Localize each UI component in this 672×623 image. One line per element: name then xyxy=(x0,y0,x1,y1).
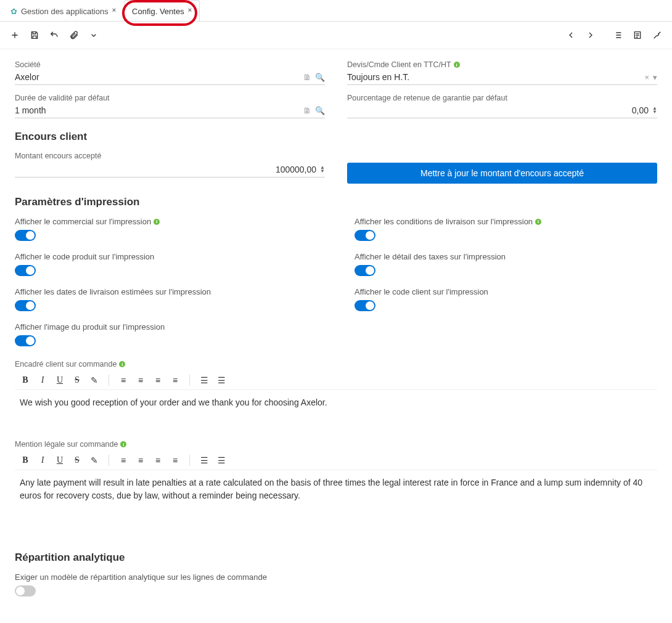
list-ul-button[interactable]: ☰ xyxy=(199,455,210,465)
toggle-salesman-label: Afficher le commercial sur l'impressioni xyxy=(15,217,318,226)
retention-value: 0,00 xyxy=(347,105,649,115)
tab-app-management[interactable]: ✿ Gestion des applications × xyxy=(2,0,124,21)
form-view-button[interactable] xyxy=(628,25,647,45)
close-icon[interactable]: × xyxy=(112,6,116,14)
list-ol-button[interactable]: ☰ xyxy=(216,455,227,465)
align-right-button[interactable]: ≡ xyxy=(152,375,163,385)
info-icon[interactable]: i xyxy=(154,219,160,225)
toolbar xyxy=(0,22,672,49)
validity-field[interactable]: 1 month 🗎 🔍 xyxy=(15,104,325,118)
toggle-product-image[interactable] xyxy=(15,335,36,346)
document-icon[interactable]: 🗎 xyxy=(303,73,311,82)
list-ul-button[interactable]: ☰ xyxy=(199,375,210,385)
legal-label: Mention légale sur commandei xyxy=(15,440,657,449)
retention-label: Pourcentage de retenue de garantie par d… xyxy=(347,94,657,102)
undo-button[interactable] xyxy=(44,25,64,45)
outstanding-amount-value: 100000,00 xyxy=(15,165,316,174)
strike-button[interactable]: S xyxy=(72,455,83,465)
legal-editor[interactable]: Any late payment will result in late pen… xyxy=(15,470,657,539)
bold-button[interactable]: B xyxy=(20,375,31,385)
search-icon[interactable]: 🔍 xyxy=(315,106,325,115)
strike-button[interactable]: S xyxy=(72,375,83,385)
erase-button[interactable]: ✎ xyxy=(89,455,100,465)
toggle-delivery-dates[interactable] xyxy=(15,300,36,311)
validity-value: 1 month xyxy=(15,105,303,115)
toggle-delivery-dates-label: Afficher les dates de livraison estimées… xyxy=(15,287,318,296)
client-box-editor[interactable]: We wish you good reception of your order… xyxy=(15,389,657,434)
new-button[interactable] xyxy=(5,25,25,45)
company-field[interactable]: Axelor 🗎 🔍 xyxy=(15,70,325,85)
stepper-icon[interactable]: ▲▼ xyxy=(652,107,657,114)
update-outstanding-button[interactable]: Mettre à jour le montant d'encours accep… xyxy=(347,163,657,184)
toggle-product-code[interactable] xyxy=(15,265,36,276)
client-box-label: Encadré client sur commandei xyxy=(15,360,657,369)
info-icon[interactable]: i xyxy=(535,219,541,225)
toggle-analytic-required[interactable] xyxy=(15,585,36,597)
clear-icon[interactable]: × xyxy=(644,73,649,82)
outstanding-amount-label: Montant encours accepté xyxy=(15,152,657,160)
attach-button[interactable] xyxy=(64,25,84,45)
chevron-down-icon[interactable]: ▾ xyxy=(653,73,657,82)
toggle-tax-detail[interactable] xyxy=(354,265,375,276)
stepper-icon[interactable]: ▲▼ xyxy=(320,166,325,173)
align-justify-button[interactable]: ≡ xyxy=(170,375,181,385)
list-view-button[interactable] xyxy=(608,25,628,45)
tab-label: Gestion des applications xyxy=(21,7,109,16)
section-print: Paramètres d'impression xyxy=(15,196,657,210)
retention-field[interactable]: 0,00 ▲▼ xyxy=(347,104,657,118)
prev-button[interactable] xyxy=(561,25,581,45)
validity-label: Durée de validité par défaut xyxy=(15,94,325,102)
more-dropdown[interactable] xyxy=(84,25,104,45)
align-right-button[interactable]: ≡ xyxy=(152,455,163,465)
rte-toolbar: B I U S ✎ ≡ ≡ ≡ ≡ ☰ ☰ xyxy=(15,371,657,389)
bold-button[interactable]: B xyxy=(20,455,31,465)
tab-bar: ✿ Gestion des applications × Config. Ven… xyxy=(0,0,672,22)
info-icon[interactable]: i xyxy=(454,62,460,68)
form-content: Société Axelor 🗎 🔍 Devis/Cmde Client en … xyxy=(0,49,672,608)
underline-button[interactable]: U xyxy=(54,455,65,465)
toggle-analytic-label: Exiger un modèle de répartition analytiq… xyxy=(15,572,657,582)
erase-button[interactable]: ✎ xyxy=(89,375,100,385)
quote-mode-label: Devis/Cmde Client en TTC/HTi xyxy=(347,60,657,69)
align-center-button[interactable]: ≡ xyxy=(135,455,146,465)
company-label: Société xyxy=(15,60,325,69)
tab-label: Config. Ventes xyxy=(132,7,184,16)
section-analytic: Répartition analytique xyxy=(15,552,657,565)
toggle-customer-code[interactable] xyxy=(354,300,375,311)
company-value: Axelor xyxy=(15,72,303,82)
next-button[interactable] xyxy=(581,25,600,45)
align-justify-button[interactable]: ≡ xyxy=(170,455,181,465)
align-center-button[interactable]: ≡ xyxy=(135,375,146,385)
toggle-delivery-conditions[interactable] xyxy=(354,230,375,241)
quote-mode-value: Toujours en H.T. xyxy=(347,72,644,82)
gear-icon: ✿ xyxy=(10,7,17,16)
outstanding-amount-field[interactable]: 100000,00 ▲▼ xyxy=(15,163,325,177)
search-icon[interactable]: 🔍 xyxy=(315,73,325,82)
toggle-delivery-cond-label: Afficher les conditions de livraison sur… xyxy=(354,217,657,226)
toggle-product-image-label: Afficher l'image du produit sur l'impres… xyxy=(15,322,318,332)
toggle-tax-detail-label: Afficher le détail des taxes sur l'impre… xyxy=(354,252,657,261)
toggle-customer-code-label: Afficher le code client sur l'impression xyxy=(354,287,657,296)
document-icon[interactable]: 🗎 xyxy=(303,106,311,115)
rte-toolbar: B I U S ✎ ≡ ≡ ≡ ≡ ☰ ☰ xyxy=(15,451,657,470)
close-icon[interactable]: × xyxy=(188,6,192,14)
tab-config-ventes[interactable]: Config. Ventes × xyxy=(124,0,200,21)
section-outstanding: Encours client xyxy=(15,131,657,144)
italic-button[interactable]: I xyxy=(37,375,48,385)
toggle-salesman[interactable] xyxy=(15,230,36,241)
align-left-button[interactable]: ≡ xyxy=(118,455,129,465)
save-button[interactable] xyxy=(25,25,44,45)
quote-mode-field[interactable]: Toujours en H.T. × ▾ xyxy=(347,70,657,85)
list-ol-button[interactable]: ☰ xyxy=(216,375,227,385)
underline-button[interactable]: U xyxy=(54,375,65,385)
align-left-button[interactable]: ≡ xyxy=(118,375,129,385)
settings-button[interactable] xyxy=(647,25,667,45)
info-icon[interactable]: i xyxy=(120,441,126,447)
info-icon[interactable]: i xyxy=(119,361,125,367)
italic-button[interactable]: I xyxy=(37,455,48,465)
toggle-product-code-label: Afficher le code produit sur l'impressio… xyxy=(15,252,318,261)
